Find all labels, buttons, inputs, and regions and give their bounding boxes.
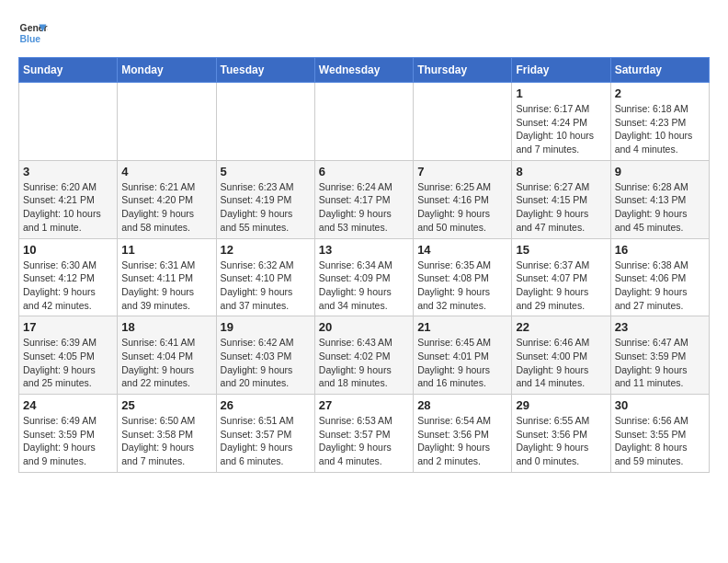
calendar-cell: 8Sunrise: 6:27 AM Sunset: 4:15 PM Daylig…: [512, 160, 610, 238]
calendar-cell: 6Sunrise: 6:24 AM Sunset: 4:17 PM Daylig…: [314, 160, 413, 238]
calendar-cell: 30Sunrise: 6:56 AM Sunset: 3:55 PM Dayli…: [610, 395, 709, 473]
day-header-saturday: Saturday: [610, 58, 709, 83]
day-info: Sunrise: 6:27 AM Sunset: 4:15 PM Dayligh…: [516, 180, 606, 235]
logo-icon: General Blue: [18, 18, 48, 48]
calendar-cell: 27Sunrise: 6:53 AM Sunset: 3:57 PM Dayli…: [314, 395, 413, 473]
day-info: Sunrise: 6:55 AM Sunset: 3:56 PM Dayligh…: [516, 414, 606, 468]
page-header: General Blue: [18, 18, 710, 48]
day-number: 27: [319, 398, 409, 412]
calendar-cell: 1Sunrise: 6:17 AM Sunset: 4:24 PM Daylig…: [512, 83, 610, 161]
day-number: 3: [23, 165, 113, 178]
day-info: Sunrise: 6:35 AM Sunset: 4:08 PM Dayligh…: [417, 259, 507, 313]
calendar-week-3: 10Sunrise: 6:30 AM Sunset: 4:12 PM Dayli…: [19, 238, 710, 316]
day-number: 17: [23, 320, 113, 334]
calendar-cell: 12Sunrise: 6:32 AM Sunset: 4:10 PM Dayli…: [216, 238, 314, 316]
day-number: 4: [121, 165, 211, 178]
calendar-cell: 2Sunrise: 6:18 AM Sunset: 4:23 PM Daylig…: [610, 83, 709, 161]
calendar-week-1: 1Sunrise: 6:17 AM Sunset: 4:24 PM Daylig…: [19, 83, 710, 161]
day-number: 23: [615, 320, 705, 334]
day-info: Sunrise: 6:34 AM Sunset: 4:09 PM Dayligh…: [319, 259, 409, 313]
calendar-cell: 19Sunrise: 6:42 AM Sunset: 4:03 PM Dayli…: [216, 316, 314, 395]
day-info: Sunrise: 6:31 AM Sunset: 4:11 PM Dayligh…: [121, 259, 211, 313]
day-number: 21: [417, 320, 507, 334]
day-number: 10: [23, 243, 113, 257]
day-info: Sunrise: 6:32 AM Sunset: 4:10 PM Dayligh…: [221, 259, 311, 313]
calendar-cell: 16Sunrise: 6:38 AM Sunset: 4:06 PM Dayli…: [610, 238, 709, 316]
calendar-cell: 25Sunrise: 6:50 AM Sunset: 3:58 PM Dayli…: [118, 395, 216, 473]
day-info: Sunrise: 6:38 AM Sunset: 4:06 PM Dayligh…: [615, 259, 705, 313]
day-number: 18: [121, 320, 211, 334]
day-number: 11: [121, 243, 211, 257]
day-info: Sunrise: 6:56 AM Sunset: 3:55 PM Dayligh…: [615, 414, 705, 468]
day-info: Sunrise: 6:45 AM Sunset: 4:01 PM Dayligh…: [417, 336, 507, 390]
day-number: 16: [615, 243, 705, 257]
calendar-cell: 11Sunrise: 6:31 AM Sunset: 4:11 PM Dayli…: [118, 238, 216, 316]
day-number: 28: [417, 398, 507, 412]
day-number: 15: [516, 243, 606, 257]
day-number: 1: [516, 86, 606, 100]
day-info: Sunrise: 6:23 AM Sunset: 4:19 PM Dayligh…: [221, 180, 311, 235]
day-info: Sunrise: 6:41 AM Sunset: 4:04 PM Dayligh…: [121, 336, 211, 390]
day-info: Sunrise: 6:53 AM Sunset: 3:57 PM Dayligh…: [319, 414, 409, 468]
calendar-week-5: 24Sunrise: 6:49 AM Sunset: 3:59 PM Dayli…: [19, 395, 710, 473]
calendar-cell: [118, 83, 216, 161]
calendar-cell: 28Sunrise: 6:54 AM Sunset: 3:56 PM Dayli…: [414, 395, 512, 473]
day-info: Sunrise: 6:20 AM Sunset: 4:21 PM Dayligh…: [23, 180, 113, 235]
logo: General Blue: [18, 18, 48, 48]
calendar-cell: 4Sunrise: 6:21 AM Sunset: 4:20 PM Daylig…: [118, 160, 216, 238]
day-info: Sunrise: 6:30 AM Sunset: 4:12 PM Dayligh…: [23, 259, 113, 313]
calendar-cell: 20Sunrise: 6:43 AM Sunset: 4:02 PM Dayli…: [314, 316, 413, 395]
calendar-cell: 23Sunrise: 6:47 AM Sunset: 3:59 PM Dayli…: [610, 316, 709, 395]
calendar-header-row: SundayMondayTuesdayWednesdayThursdayFrid…: [19, 58, 710, 83]
day-number: 12: [221, 243, 311, 257]
day-header-friday: Friday: [512, 58, 610, 83]
svg-text:Blue: Blue: [20, 34, 41, 44]
day-header-sunday: Sunday: [19, 58, 118, 83]
day-header-wednesday: Wednesday: [314, 58, 413, 83]
calendar-week-4: 17Sunrise: 6:39 AM Sunset: 4:05 PM Dayli…: [19, 316, 710, 395]
day-header-tuesday: Tuesday: [216, 58, 314, 83]
day-number: 7: [417, 165, 507, 178]
day-number: 6: [319, 165, 409, 178]
day-info: Sunrise: 6:49 AM Sunset: 3:59 PM Dayligh…: [23, 414, 113, 468]
calendar-cell: 22Sunrise: 6:46 AM Sunset: 4:00 PM Dayli…: [512, 316, 610, 395]
calendar-cell: 14Sunrise: 6:35 AM Sunset: 4:08 PM Dayli…: [414, 238, 512, 316]
day-number: 5: [221, 165, 311, 178]
calendar-cell: [314, 83, 413, 161]
day-info: Sunrise: 6:50 AM Sunset: 3:58 PM Dayligh…: [121, 414, 211, 468]
day-number: 20: [319, 320, 409, 334]
calendar-cell: 3Sunrise: 6:20 AM Sunset: 4:21 PM Daylig…: [19, 160, 118, 238]
day-info: Sunrise: 6:18 AM Sunset: 4:23 PM Dayligh…: [615, 102, 705, 156]
calendar-cell: [414, 83, 512, 161]
day-number: 19: [221, 320, 311, 334]
calendar-cell: 9Sunrise: 6:28 AM Sunset: 4:13 PM Daylig…: [610, 160, 709, 238]
calendar-table: SundayMondayTuesdayWednesdayThursdayFrid…: [18, 57, 710, 473]
calendar-cell: 24Sunrise: 6:49 AM Sunset: 3:59 PM Dayli…: [19, 395, 118, 473]
day-number: 29: [516, 398, 606, 412]
calendar-cell: 17Sunrise: 6:39 AM Sunset: 4:05 PM Dayli…: [19, 316, 118, 395]
day-info: Sunrise: 6:24 AM Sunset: 4:17 PM Dayligh…: [319, 180, 409, 235]
calendar-cell: 29Sunrise: 6:55 AM Sunset: 3:56 PM Dayli…: [512, 395, 610, 473]
calendar-cell: 15Sunrise: 6:37 AM Sunset: 4:07 PM Dayli…: [512, 238, 610, 316]
calendar-cell: [216, 83, 314, 161]
day-number: 9: [615, 165, 705, 178]
calendar-cell: 5Sunrise: 6:23 AM Sunset: 4:19 PM Daylig…: [216, 160, 314, 238]
day-number: 22: [516, 320, 606, 334]
calendar-cell: 10Sunrise: 6:30 AM Sunset: 4:12 PM Dayli…: [19, 238, 118, 316]
day-info: Sunrise: 6:17 AM Sunset: 4:24 PM Dayligh…: [516, 102, 606, 156]
day-number: 30: [615, 398, 705, 412]
day-header-monday: Monday: [118, 58, 216, 83]
day-number: 2: [615, 86, 705, 100]
calendar-cell: [19, 83, 118, 161]
day-info: Sunrise: 6:28 AM Sunset: 4:13 PM Dayligh…: [615, 180, 705, 235]
day-info: Sunrise: 6:25 AM Sunset: 4:16 PM Dayligh…: [417, 180, 507, 235]
day-info: Sunrise: 6:37 AM Sunset: 4:07 PM Dayligh…: [516, 259, 606, 313]
day-number: 8: [516, 165, 606, 178]
day-info: Sunrise: 6:42 AM Sunset: 4:03 PM Dayligh…: [221, 336, 311, 390]
calendar-cell: 13Sunrise: 6:34 AM Sunset: 4:09 PM Dayli…: [314, 238, 413, 316]
day-info: Sunrise: 6:46 AM Sunset: 4:00 PM Dayligh…: [516, 336, 606, 390]
day-info: Sunrise: 6:21 AM Sunset: 4:20 PM Dayligh…: [121, 180, 211, 235]
day-number: 24: [23, 398, 113, 412]
calendar-cell: 18Sunrise: 6:41 AM Sunset: 4:04 PM Dayli…: [118, 316, 216, 395]
day-info: Sunrise: 6:43 AM Sunset: 4:02 PM Dayligh…: [319, 336, 409, 390]
